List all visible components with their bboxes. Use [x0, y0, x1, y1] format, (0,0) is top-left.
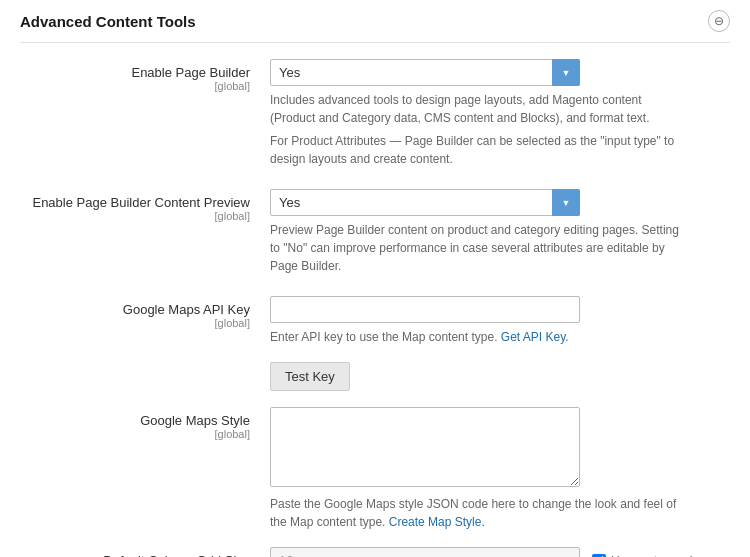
- form-row-enable-preview: Enable Page Builder Content Preview [glo…: [20, 189, 730, 280]
- select-enable-preview[interactable]: Yes No: [270, 189, 580, 216]
- field-scope-maps-api-key: [global]: [20, 317, 250, 329]
- control-col-maps-api-key: Enter API key to use the Map content typ…: [270, 296, 730, 391]
- label-col-default-grid: Default Column Grid Size [global]: [20, 547, 270, 557]
- test-key-button[interactable]: Test Key: [270, 362, 350, 391]
- select-enable-page-builder[interactable]: Yes No: [270, 59, 580, 86]
- desc-maps-api-key: Enter API key to use the Map content typ…: [270, 328, 690, 346]
- field-label-enable-preview: Enable Page Builder Content Preview: [20, 195, 250, 210]
- label-col-enable-page-builder: Enable Page Builder [global]: [20, 59, 270, 92]
- page-title: Advanced Content Tools: [20, 13, 196, 30]
- label-col-enable-preview: Enable Page Builder Content Preview [glo…: [20, 189, 270, 222]
- control-col-maps-style: Paste the Google Maps style JSON code he…: [270, 407, 730, 531]
- form-row-maps-api-key: Google Maps API Key [global] Enter API k…: [20, 296, 730, 391]
- control-col-enable-preview: Yes No Preview Page Builder content on p…: [270, 189, 730, 280]
- test-key-wrapper: Test Key: [270, 354, 730, 391]
- textarea-maps-style[interactable]: [270, 407, 580, 487]
- input-maps-api-key[interactable]: [270, 296, 580, 323]
- desc-maps-style: Paste the Google Maps style JSON code he…: [270, 495, 690, 531]
- label-col-maps-api-key: Google Maps API Key [global]: [20, 296, 270, 329]
- create-map-style-link[interactable]: Create Map Style.: [389, 515, 485, 529]
- label-col-maps-style: Google Maps Style [global]: [20, 407, 270, 440]
- content-section: Enable Page Builder [global] Yes No Incl…: [20, 43, 730, 557]
- desc-text-maps-api-key: Enter API key to use the Map content typ…: [270, 330, 497, 344]
- checkbox-label-default-grid: Use system value: [592, 554, 706, 558]
- form-row-maps-style: Google Maps Style [global] Paste the Goo…: [20, 407, 730, 531]
- page-container: Advanced Content Tools ⊖ Enable Page Bui…: [0, 0, 750, 557]
- field-label-maps-style: Google Maps Style: [20, 413, 250, 428]
- field-scope-maps-style: [global]: [20, 428, 250, 440]
- select-wrapper-enable-page-builder: Yes No: [270, 59, 580, 86]
- desc-enable-page-builder: Includes advanced tools to design page l…: [270, 91, 690, 168]
- form-row-enable-page-builder: Enable Page Builder [global] Yes No Incl…: [20, 59, 730, 173]
- page-header: Advanced Content Tools ⊖: [20, 10, 730, 43]
- get-api-key-link[interactable]: Get API Key.: [501, 330, 569, 344]
- checkbox-text-default-grid: Use system value: [611, 554, 706, 558]
- input-default-grid[interactable]: [270, 547, 580, 557]
- desc-enable-preview: Preview Page Builder content on product …: [270, 221, 690, 275]
- field-label-enable-page-builder: Enable Page Builder: [20, 65, 250, 80]
- form-row-default-grid: Default Column Grid Size [global] Use sy…: [20, 547, 730, 557]
- field-label-default-grid: Default Column Grid Size: [20, 553, 250, 557]
- collapse-icon[interactable]: ⊖: [708, 10, 730, 32]
- checkbox-default-grid[interactable]: [592, 554, 606, 558]
- select-wrapper-enable-preview: Yes No: [270, 189, 580, 216]
- control-col-enable-page-builder: Yes No Includes advanced tools to design…: [270, 59, 730, 173]
- control-col-default-grid: Use system value Grid size determines th…: [270, 547, 730, 557]
- input-checkbox-row-default-grid: Use system value: [270, 547, 730, 557]
- field-scope-enable-preview: [global]: [20, 210, 250, 222]
- field-scope-enable-page-builder: [global]: [20, 80, 250, 92]
- field-label-maps-api-key: Google Maps API Key: [20, 302, 250, 317]
